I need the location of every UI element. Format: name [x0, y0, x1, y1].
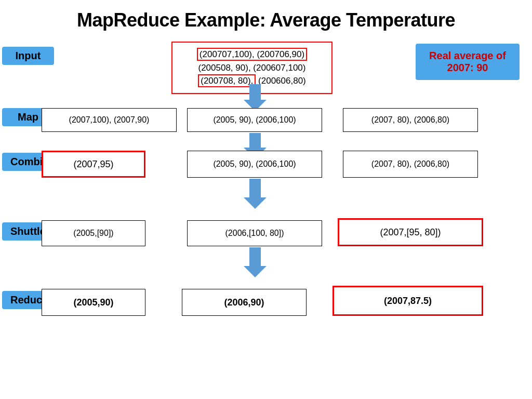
arrow-shuttle-to-reduce: [244, 247, 267, 277]
combine-box-col1: (2007,95): [42, 151, 145, 178]
page-title: MapReduce Example: Average Temperature: [0, 0, 532, 36]
shuttle-box-col2: (2006,[100, 80]): [187, 220, 322, 246]
reduce-box-col2: (2006,90): [182, 289, 307, 316]
map-box-col3: (2007, 80), (2006,80): [343, 108, 478, 132]
shuttle-box-col1: (2005,[90]): [42, 220, 145, 246]
combine-box-col2: (2005, 90), (2006,100): [187, 151, 322, 178]
reduce-box-col3: (2007,87.5): [332, 286, 483, 316]
real-avg-box: Real average of 2007: 90: [416, 44, 520, 80]
shuttle-box-col3: (2007,[95, 80]): [338, 218, 483, 246]
reduce-box-col1: (2005,90): [42, 289, 145, 316]
combine-box-col3: (2007, 80), (2006,80): [343, 151, 478, 178]
arrow-input-to-map: [244, 84, 267, 111]
arrow-combine-to-shuttle: [244, 179, 267, 209]
map-box-col1: (2007,100), (2007,90): [42, 108, 177, 132]
map-box-col2: (2005, 90), (2006,100): [187, 108, 322, 132]
input-label: Input: [2, 47, 54, 65]
